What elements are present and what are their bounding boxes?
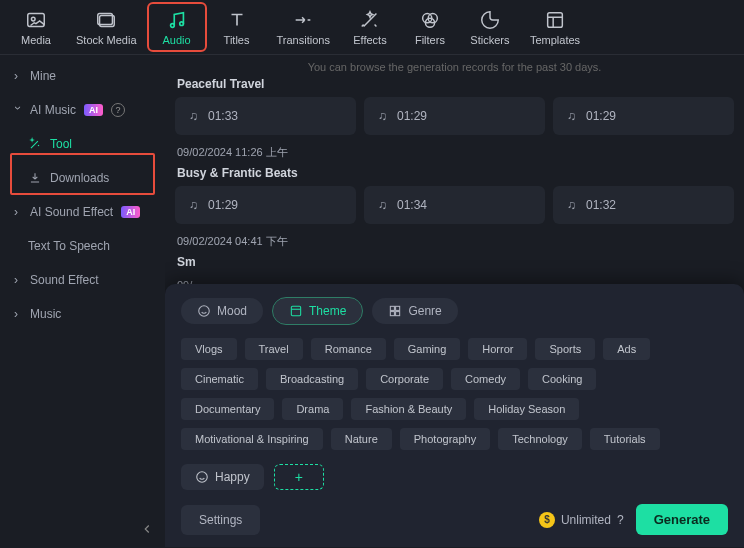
selected-chip-happy[interactable]: Happy: [181, 464, 264, 490]
chip-nature[interactable]: Nature: [331, 428, 392, 450]
chip-corporate[interactable]: Corporate: [366, 368, 443, 390]
sidebar-ai-music[interactable]: AI Music AI ?: [0, 93, 165, 127]
smile-icon: [195, 470, 209, 484]
sidebar-tool[interactable]: Tool: [0, 127, 165, 161]
chip-travel[interactable]: Travel: [245, 338, 303, 360]
ai-badge-icon: AI: [121, 206, 140, 218]
help-icon[interactable]: ?: [617, 513, 624, 527]
chip-photography[interactable]: Photography: [400, 428, 490, 450]
track-card[interactable]: ♫01:29: [175, 186, 356, 224]
track-row: ♫01:29 ♫01:34 ♫01:32: [175, 186, 734, 224]
help-icon[interactable]: ?: [111, 103, 125, 117]
chip-cooking[interactable]: Cooking: [528, 368, 596, 390]
download-icon: [28, 171, 42, 185]
settings-button[interactable]: Settings: [181, 505, 260, 535]
svg-rect-9: [548, 13, 563, 28]
chip-motivational[interactable]: Motivational & Inspiring: [181, 428, 323, 450]
panel-tabs: Mood Theme Genre: [181, 298, 728, 324]
chip-vlogs[interactable]: Vlogs: [181, 338, 237, 360]
group-title: Busy & Frantic Beats: [177, 166, 734, 180]
titles-icon: [225, 8, 249, 32]
svg-rect-14: [391, 312, 395, 316]
tab-mood[interactable]: Mood: [181, 298, 263, 324]
music-note-icon: ♫: [378, 198, 387, 212]
track-card[interactable]: ♫01:29: [364, 97, 545, 135]
group-title-partial: Sm: [177, 255, 734, 269]
svg-rect-15: [396, 312, 400, 316]
wand-icon: [28, 137, 42, 151]
nav-effects[interactable]: Effects: [342, 4, 398, 50]
chip-documentary[interactable]: Documentary: [181, 398, 274, 420]
svg-rect-0: [28, 14, 45, 27]
track-card[interactable]: ♫01:32: [553, 186, 734, 224]
ai-badge-icon: AI: [84, 104, 103, 116]
sidebar-mine[interactable]: Mine: [0, 59, 165, 93]
nav-filters[interactable]: Filters: [402, 4, 458, 50]
filters-icon: [418, 8, 442, 32]
music-note-icon: ♫: [189, 198, 198, 212]
chip-holiday-season[interactable]: Holiday Season: [474, 398, 579, 420]
svg-rect-11: [291, 306, 300, 315]
unlimited-badge: $ Unlimited ?: [539, 512, 624, 528]
chip-broadcasting[interactable]: Broadcasting: [266, 368, 358, 390]
chip-cinematic[interactable]: Cinematic: [181, 368, 258, 390]
svg-point-4: [170, 24, 174, 28]
nav-media[interactable]: Media: [8, 4, 64, 50]
music-note-icon: ♫: [567, 198, 576, 212]
chip-fashion-beauty[interactable]: Fashion & Beauty: [351, 398, 466, 420]
track-card[interactable]: ♫01:33: [175, 97, 356, 135]
effects-icon: [358, 8, 382, 32]
chip-sports[interactable]: Sports: [535, 338, 595, 360]
nav-templates[interactable]: Templates: [522, 4, 588, 50]
generate-button[interactable]: Generate: [636, 504, 728, 535]
chip-comedy[interactable]: Comedy: [451, 368, 520, 390]
templates-icon: [543, 8, 567, 32]
chip-grid: Vlogs Travel Romance Gaming Horror Sport…: [181, 338, 728, 450]
sidebar-text-to-speech[interactable]: Text To Speech: [0, 229, 165, 263]
collapse-sidebar-button[interactable]: [137, 519, 157, 539]
nav-stock-media[interactable]: Stock Media: [68, 4, 145, 50]
add-tag-button[interactable]: +: [274, 464, 324, 490]
chip-romance[interactable]: Romance: [311, 338, 386, 360]
group-title: Peaceful Travel: [177, 77, 734, 91]
nav-titles[interactable]: Titles: [209, 4, 265, 50]
music-note-icon: ♫: [567, 109, 576, 123]
timestamp: 09/02/2024 04:41 下午: [177, 234, 734, 249]
track-row: ♫01:33 ♫01:29 ♫01:29: [175, 97, 734, 135]
svg-point-5: [179, 22, 183, 26]
audio-icon: [165, 8, 189, 32]
chip-horror[interactable]: Horror: [468, 338, 527, 360]
chip-technology[interactable]: Technology: [498, 428, 582, 450]
track-card[interactable]: ♫01:29: [553, 97, 734, 135]
music-note-icon: ♫: [189, 109, 198, 123]
transitions-icon: [291, 8, 315, 32]
generate-panel: Mood Theme Genre Vlogs Travel Romance Ga…: [165, 284, 744, 547]
sidebar-music[interactable]: Music: [0, 297, 165, 331]
top-nav: Media Stock Media Audio Titles Transitio…: [0, 0, 744, 55]
chip-tutorials[interactable]: Tutorials: [590, 428, 660, 450]
theme-icon: [289, 304, 303, 318]
sidebar-sound-effect[interactable]: Sound Effect: [0, 263, 165, 297]
sidebar: Mine AI Music AI ? Tool Downloads AI Sou…: [0, 55, 165, 547]
genre-icon: [388, 304, 402, 318]
svg-point-10: [199, 306, 210, 317]
coin-icon: $: [539, 512, 555, 528]
stickers-icon: [478, 8, 502, 32]
track-card[interactable]: ♫01:34: [364, 186, 545, 224]
tab-genre[interactable]: Genre: [372, 298, 457, 324]
music-note-icon: ♫: [378, 109, 387, 123]
chip-drama[interactable]: Drama: [282, 398, 343, 420]
nav-transitions[interactable]: Transitions: [269, 4, 338, 50]
sidebar-ai-sound-effect[interactable]: AI Sound Effect AI: [0, 195, 165, 229]
svg-rect-13: [396, 306, 400, 310]
mood-icon: [197, 304, 211, 318]
svg-point-1: [31, 17, 35, 21]
nav-stickers[interactable]: Stickers: [462, 4, 518, 50]
chip-ads[interactable]: Ads: [603, 338, 650, 360]
timestamp: 09/02/2024 11:26 上午: [177, 145, 734, 160]
tab-theme[interactable]: Theme: [273, 298, 362, 324]
svg-rect-12: [391, 306, 395, 310]
nav-audio[interactable]: Audio: [149, 4, 205, 50]
chip-gaming[interactable]: Gaming: [394, 338, 461, 360]
sidebar-downloads[interactable]: Downloads: [0, 161, 165, 195]
